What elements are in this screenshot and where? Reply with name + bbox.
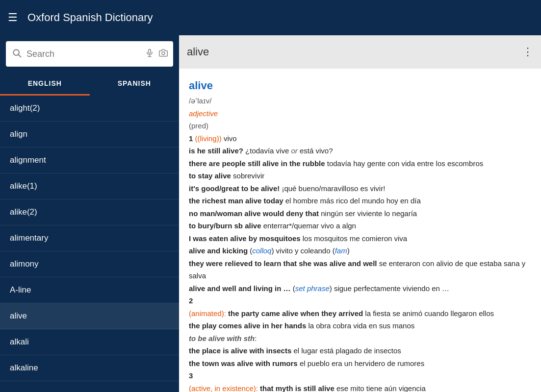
app-header: ☰ Oxford Spanish Dictionary: [0, 0, 541, 35]
search-bar: [6, 41, 173, 67]
list-item[interactable]: alkali: [0, 329, 179, 355]
word-list: alight(2) align alignment alike(1) alike…: [0, 96, 179, 392]
more-options-icon[interactable]: ⋮: [522, 46, 533, 58]
list-item[interactable]: alignment: [0, 147, 179, 173]
dict-phonetic: /əˈlaɪv/: [189, 95, 531, 107]
main-layout: ENGLISH SPANISH alight(2) align alignmen…: [0, 35, 541, 392]
list-item[interactable]: A-line: [0, 277, 179, 303]
tab-spanish[interactable]: SPANISH: [90, 73, 180, 96]
search-icon: [12, 48, 22, 60]
dict-body: 1 ((living)) vivo is he still alive? ¿to…: [189, 132, 531, 392]
left-panel: ENGLISH SPANISH alight(2) align alignmen…: [0, 35, 179, 392]
dict-pos-line: adjective: [189, 107, 531, 120]
list-item[interactable]: alike(2): [0, 199, 179, 225]
dict-sense-3: 3 (active, in existence): that myth is s…: [189, 369, 531, 392]
tab-english[interactable]: ENGLISH: [0, 73, 90, 96]
microphone-icon[interactable]: [145, 49, 154, 60]
list-item[interactable]: align: [0, 122, 179, 147]
search-input[interactable]: [26, 49, 140, 59]
dict-sense-1: 1 ((living)) vivo is he still alive? ¿to…: [189, 132, 531, 295]
list-item[interactable]: alike(1): [0, 173, 179, 199]
list-item[interactable]: alkaline: [0, 355, 179, 381]
list-item-alive[interactable]: alive: [0, 303, 179, 329]
menu-icon[interactable]: ☰: [8, 11, 18, 24]
language-tabs: ENGLISH SPANISH: [0, 73, 179, 96]
dictionary-content: alive /əˈlaɪv/ adjective (pred) 1 ((livi…: [179, 69, 541, 392]
right-search-word: alive: [187, 46, 522, 58]
list-item[interactable]: alight(2): [0, 96, 179, 122]
dict-sense-2: 2 (animated): the party came alive when …: [189, 294, 531, 369]
right-header: alive ⋮: [179, 35, 541, 69]
svg-line-1: [19, 54, 21, 57]
dict-headword: alive: [189, 76, 531, 95]
right-panel: alive ⋮ alive /əˈlaɪv/ adjective (pred) …: [179, 35, 541, 392]
svg-rect-2: [149, 49, 151, 53]
svg-point-5: [162, 51, 165, 54]
camera-icon[interactable]: [159, 49, 168, 60]
app-title: Oxford Spanish Dictionary: [27, 11, 153, 24]
list-item[interactable]: alimentary: [0, 225, 179, 251]
dict-label: (pred): [189, 120, 531, 132]
list-item[interactable]: alimony: [0, 251, 179, 277]
